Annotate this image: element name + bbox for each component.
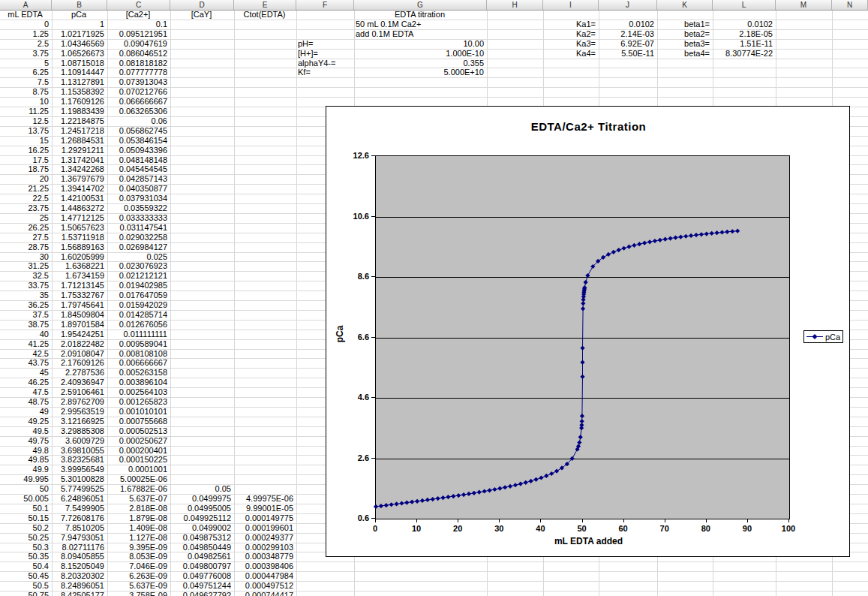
cell-B15[interactable]: 1.29291211: [53, 146, 104, 155]
cell-A10[interactable]: 10: [2, 97, 49, 107]
cell-K5[interactable]: beta4=: [659, 49, 710, 59]
cell-C40[interactable]: 0.002564103: [109, 387, 167, 397]
cell-L3[interactable]: 2.18E-05: [714, 29, 773, 39]
cell-A1[interactable]: mL EDTA: [2, 10, 49, 20]
cell-C6[interactable]: 0.081818182: [109, 59, 167, 68]
cell-B29[interactable]: 1.71213145: [53, 281, 104, 290]
cell-D54[interactable]: 0.0499002: [172, 523, 231, 533]
cell-E59[interactable]: 0.000447984: [236, 571, 293, 581]
cell-A54[interactable]: 50.2: [2, 523, 49, 533]
cell-A59[interactable]: 50.45: [2, 571, 49, 581]
column-header-L[interactable]: L: [713, 0, 776, 10]
cell-I2[interactable]: Ka1=: [545, 20, 596, 29]
cell-A2[interactable]: 0: [2, 20, 49, 29]
cell-D53[interactable]: 0.049925112: [172, 513, 231, 523]
cell-C31[interactable]: 0.015942029: [109, 300, 167, 310]
cell-E54[interactable]: 0.000199601: [236, 523, 293, 533]
cell-B52[interactable]: 7.5499905: [53, 504, 104, 513]
cell-A12[interactable]: 12.5: [2, 116, 49, 126]
cell-I5[interactable]: Ka4=: [545, 49, 596, 59]
column-header-N[interactable]: N: [832, 0, 868, 10]
cell-B19[interactable]: 1.39414702: [53, 184, 104, 194]
cell-B39[interactable]: 2.40936947: [53, 378, 104, 387]
cell-A8[interactable]: 7.5: [2, 77, 49, 87]
cell-E57[interactable]: 0.000348779: [236, 552, 293, 561]
cell-C35[interactable]: 0.009589041: [109, 339, 167, 349]
cell-A31[interactable]: 36.25: [2, 300, 49, 310]
cell-D60[interactable]: 0.049751244: [172, 581, 231, 591]
cell-C32[interactable]: 0.014285714: [109, 310, 167, 320]
cell-C3[interactable]: 0.095121951: [109, 29, 167, 39]
cell-A26[interactable]: 30: [2, 252, 49, 262]
cell-B41[interactable]: 2.89762709: [53, 397, 104, 407]
cell-B49[interactable]: 5.30100828: [53, 474, 104, 484]
cell-A48[interactable]: 49.9: [2, 465, 49, 474]
cell-B26[interactable]: 1.60205999: [53, 252, 104, 262]
cell-B60[interactable]: 8.24896051: [53, 581, 104, 591]
cell-G6[interactable]: 0.355: [356, 59, 484, 68]
cell-B31[interactable]: 1.79745641: [53, 300, 104, 310]
cell-B25[interactable]: 1.56889163: [53, 242, 104, 252]
cell-B13[interactable]: 1.24517218: [53, 126, 104, 136]
cell-D59[interactable]: 0.049776008: [172, 571, 231, 581]
cell-A47[interactable]: 49.85: [2, 455, 49, 465]
cell-B34[interactable]: 1.95424251: [53, 330, 104, 339]
cell-A42[interactable]: 49: [2, 407, 49, 417]
cell-A43[interactable]: 49.25: [2, 417, 49, 426]
cell-E53[interactable]: 0.000149775: [236, 513, 293, 523]
cell-B53[interactable]: 7.72608176: [53, 513, 104, 523]
cell-B57[interactable]: 8.09405855: [53, 552, 104, 561]
cell-B14[interactable]: 1.26884531: [53, 136, 104, 146]
cell-C38[interactable]: 0.005263158: [109, 368, 167, 378]
cell-B9[interactable]: 1.15358392: [53, 87, 104, 97]
cell-C7[interactable]: 0.077777778: [109, 68, 167, 77]
pca-series[interactable]: [376, 156, 789, 519]
cell-A41[interactable]: 48.75: [2, 397, 49, 407]
cell-A58[interactable]: 50.4: [2, 561, 49, 571]
cell-C54[interactable]: 1.409E-08: [109, 523, 167, 533]
cell-A27[interactable]: 31.25: [2, 261, 49, 271]
cell-C42[interactable]: 0.001010101: [109, 407, 167, 417]
cell-A46[interactable]: 49.8: [2, 446, 49, 456]
cell-C21[interactable]: 0.03559322: [109, 203, 167, 213]
cell-B3[interactable]: 1.02171925: [53, 29, 104, 39]
cell-B44[interactable]: 3.29885308: [53, 426, 104, 436]
cell-J3[interactable]: 2.14E-03: [600, 29, 654, 39]
cell-K2[interactable]: beta1=: [659, 20, 710, 29]
cell-A7[interactable]: 6.25: [2, 68, 49, 77]
cell-B47[interactable]: 3.82325681: [53, 455, 104, 465]
cell-E51[interactable]: 4.99975E-06: [236, 494, 293, 504]
cell-B20[interactable]: 1.42100531: [53, 194, 104, 203]
cell-C27[interactable]: 0.023076923: [109, 261, 167, 271]
cell-F7[interactable]: Kf=: [298, 68, 351, 77]
cell-C5[interactable]: 0.086046512: [109, 49, 167, 59]
cell-A11[interactable]: 11.25: [2, 107, 49, 116]
cell-B38[interactable]: 2.2787536: [53, 368, 104, 378]
cell-A35[interactable]: 41.25: [2, 339, 49, 349]
cell-C33[interactable]: 0.012676056: [109, 320, 167, 330]
cell-C4[interactable]: 0.09047619: [109, 39, 167, 49]
cell-B24[interactable]: 1.53711918: [53, 233, 104, 242]
cell-B30[interactable]: 1.75332767: [53, 290, 104, 300]
cell-A36[interactable]: 42.5: [2, 349, 49, 359]
cell-B54[interactable]: 7.8510205: [53, 523, 104, 533]
cell-B12[interactable]: 1.22184875: [53, 116, 104, 126]
cell-C25[interactable]: 0.026984127: [109, 242, 167, 252]
column-header-J[interactable]: J: [599, 0, 657, 10]
cell-B32[interactable]: 1.84509804: [53, 310, 104, 320]
cell-B50[interactable]: 5.77499525: [53, 484, 104, 494]
cell-C24[interactable]: 0.029032258: [109, 233, 167, 242]
cell-B56[interactable]: 8.02711176: [53, 543, 104, 552]
cell-C51[interactable]: 5.637E-07: [109, 494, 167, 504]
cell-B40[interactable]: 2.59106461: [53, 387, 104, 397]
cell-G7[interactable]: 5.000E+10: [356, 68, 484, 77]
cell-C37[interactable]: 0.006666667: [109, 358, 167, 368]
cell-C60[interactable]: 5.637E-09: [109, 581, 167, 591]
column-header-C[interactable]: C: [107, 0, 170, 10]
cell-C49[interactable]: 5.00025E-06: [109, 474, 167, 484]
cell-C13[interactable]: 0.056862745: [109, 126, 167, 136]
cell-B55[interactable]: 7.94793051: [53, 533, 104, 543]
cell-B33[interactable]: 1.89701584: [53, 320, 104, 330]
cell-D1[interactable]: [CaY]: [172, 10, 231, 20]
cell-G1[interactable]: EDTA titration: [356, 10, 484, 20]
